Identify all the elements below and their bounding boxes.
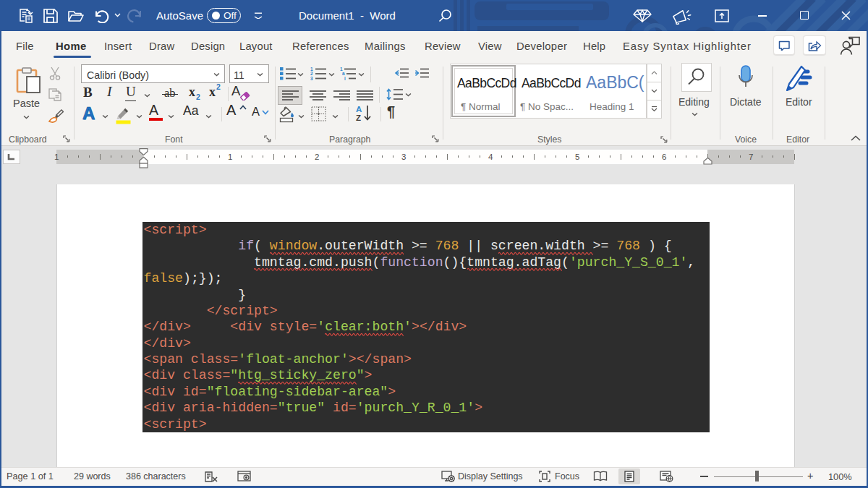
svg-text:A: A [356, 105, 362, 114]
svg-text:3: 3 [310, 76, 313, 81]
svg-text:i: i [344, 76, 346, 81]
svg-text:Z: Z [356, 114, 361, 122]
